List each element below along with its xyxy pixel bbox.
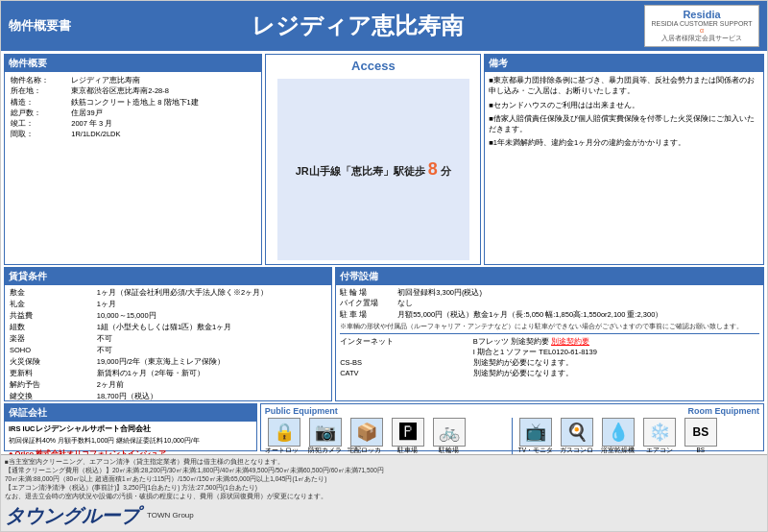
chintai-table: 敷金 1ヶ月（保証会社利用必須/大手法人除く※2ヶ月） 礼金 1ヶ月 共益費 1… [8, 287, 328, 414]
equip-icons-container: 🔒 オートロック 📷 防犯カメラ 📦 宅配ロッカー 🅿 [261, 418, 763, 454]
chintai-label-1: 礼金 [8, 299, 95, 310]
equip-item-locker: 📦 宅配ロッカー [348, 418, 386, 454]
futai-catv-val: 別途契約が必要になります。 [473, 368, 759, 378]
chintai-label-5: SOHO [8, 345, 95, 356]
table-row: 組数 1組（小型犬もしくは猫1匹）敷金1ヶ月 [8, 322, 328, 333]
hosho-content: IRS IUCレジデンシャルサポート合同会社 初回保証料40% 月額手数料1,0… [5, 422, 256, 454]
chintai-label-6: 火災保険 [8, 356, 95, 368]
table-row: 共益費 10,000～15,000円 [8, 310, 328, 322]
chintai-val-0: 1ヶ月（保証会社利用必須/大手法人除く※2ヶ月） [95, 287, 328, 299]
bukken-val-4: 2007 年 3 月 [69, 118, 257, 129]
biko-item-2: ■借家人賠償責任保険及び個人賠償実費保険を付帯した火災保険にご加入いただきます。 [489, 113, 759, 135]
autolock-label: オートロック [265, 447, 303, 454]
equip-item-bicycle: 🚲 駐輪場 [430, 418, 468, 454]
table-row: 物件名称： レジディア恵比寿南 [9, 75, 257, 85]
stove-label: ガスコンロ [560, 447, 593, 454]
bs-icon: BS [684, 418, 717, 447]
bicycle-label: 駐輪場 [439, 447, 459, 454]
chintai-val-6: 19,000円/2年（東京海上ミレア保険） [95, 356, 328, 368]
bukken-section-content: 物件名称： レジディア恵比寿南 所在地： 東京都渋谷区恵比寿南2-28-8 構造… [5, 72, 261, 264]
futai-content: 駐 輪 場 初回登録料3,300円(税込) バイク置場 なし 駐 車 場 月額5… [336, 285, 763, 400]
access-title: Access [351, 55, 396, 75]
bukken-val-2: 鉄筋コンクリート造地上 8 階地下1建 [69, 97, 257, 108]
ac-label: エアコン [646, 447, 673, 454]
table-row: 駐 車 場 月額55,000円（税込）敷金1ヶ月（長:5,050 幅:1,850… [340, 309, 759, 320]
biko-item-0: ■東京都暴力団排除条例に基づき、暴力団員等、反社会勢力または関係者のお申し込み・… [489, 75, 759, 97]
futai-csbs-label: CS-BS [340, 357, 473, 368]
table-row: 駐 輪 場 初回登録料3,300円(税込) [340, 287, 759, 298]
header-small-title: 物件概要書 [9, 17, 71, 35]
dryer-label: 浴室乾燥機 [601, 447, 635, 454]
access-unit: 分 [441, 165, 451, 177]
futai-csbs-val: 別途契約が必要になります。 [473, 357, 759, 368]
bukken-val-5: 1R/1LDK/2LDK [69, 129, 257, 139]
stove-icon: 🍳 [561, 418, 593, 447]
futai-internet-sub: I 期合と1 ソファー TEL0120-61-8139 [473, 347, 759, 357]
table-row: 礼金 1ヶ月 [8, 299, 328, 310]
chintai-label-4: 楽器 [8, 333, 95, 345]
access-text: JR山手線「恵比寿」駅徒歩 8 分 [296, 154, 451, 184]
futai-car-val: 月額55,000円（税込）敷金1ヶ月（長:5,050 幅:1,850高:1,55… [397, 309, 759, 320]
chintai-val-1: 1ヶ月 [95, 299, 328, 310]
chintai-label-3: 組数 [8, 322, 95, 333]
chintai-label-0: 敷金 [8, 287, 95, 299]
chintai-box: 賃貸条件 敷金 1ヶ月（保証会社利用必須/大手法人除く※2ヶ月） 礼金 1ヶ月 … [4, 267, 332, 401]
table-row: CS-BS 別途契約が必要になります。 [340, 357, 759, 368]
futai-car-label: 駐 車 場 [340, 309, 397, 320]
table-row: I 期合と1 ソファー TEL0120-61-8139 [340, 347, 759, 357]
header-large-title: レジディア恵比寿南 [79, 11, 636, 41]
table-row: 総戸数： 住居39戸 [9, 108, 257, 118]
bukken-label-5: 間取： [9, 129, 69, 139]
bukken-val-1: 東京都渋谷区恵比寿南2-28-8 [69, 85, 257, 96]
access-time: 8 [428, 159, 438, 179]
futai-parking-val: 初回登録料3,300円(税込) [397, 287, 759, 298]
chintai-val-3: 1組（小型犬もしくは猫1匹）敷金1ヶ月 [95, 322, 328, 333]
futai-internet-table: インターネット Bフレッツ 別途契約要 別途契約要 I 期合と1 ソファー TE… [340, 336, 759, 379]
chintai-val-8: 2ヶ月前 [95, 379, 328, 391]
futai-bike-val: なし [397, 298, 759, 308]
futai-catv-label: CATV [340, 368, 473, 378]
chintai-val-9: 18,700円（税込） [95, 391, 328, 402]
hosho-detail1: 初回保証料40% 月額手数料1,000円 継続保証委託料10,000円/年 [9, 435, 252, 446]
bukken-label-2: 構造： [9, 97, 69, 108]
equip-area: Public Equipment Room Equipment 🔒 オートロック… [260, 403, 764, 451]
futai-box: 付帯設備 駐 輪 場 初回登録料3,300円(税込) バイク置場 なし 駐 車 … [335, 267, 764, 401]
access-inner: JR山手線「恵比寿」駅徒歩 8 分 [277, 79, 470, 260]
bicycle-icon: 🚲 [433, 418, 466, 447]
bukken-label-1: 所在地： [9, 85, 69, 96]
access-box: Access JR山手線「恵比寿」駅徒歩 8 分 [265, 54, 481, 265]
table-row: CATV 別途契約が必要になります。 [340, 368, 759, 378]
footer-note3: 70㎡未満:88,000円（80㎡以上 超過面積1㎡あたり:115円）/150㎡… [5, 474, 763, 483]
dryer-icon: 💧 [602, 418, 635, 447]
bukken-table: 物件名称： レジディア恵比寿南 所在地： 東京都渋谷区恵比寿南2-28-8 構造… [9, 75, 257, 140]
footer-note5: なお、退去立会時の室内状況や設備の汚損・破損の程度により、費用（原状回復費用）が… [5, 492, 763, 500]
camera-label: 防犯カメラ [308, 447, 342, 454]
table-row: 間取： 1R/1LDK/2LDK [9, 129, 257, 139]
table-row: 構造： 鉄筋コンクリート造地上 8 階地下1建 [9, 97, 257, 108]
chintai-label-2: 共益費 [8, 310, 95, 322]
chintai-val-7: 新賃料の1ヶ月（2年毎・新可） [95, 368, 328, 379]
futai-parking-label: 駐 輪 場 [340, 287, 397, 298]
equip-item-bs: BS BS [682, 418, 720, 454]
bukken-label-4: 竣工： [9, 118, 69, 129]
hosho-company1: IRS IUCレジデンシャルサポート合同会社 [9, 423, 252, 435]
chintai-val-2: 10,000～15,000円 [95, 310, 328, 322]
table-row: 解約予告 2ヶ月前 [8, 379, 328, 391]
chintai-row: 賃貸条件 敷金 1ヶ月（保証会社利用必須/大手法人除く※2ヶ月） 礼金 1ヶ月 … [4, 267, 764, 401]
biko-item-3: ■1年未満解約時、違約金1ヶ月分の違約金がかかります。 [489, 137, 759, 148]
logo-sub3: 入居者様限定会員サービス [651, 34, 753, 43]
equip-item-tv: 📺 TV・モニタ [516, 418, 555, 454]
locker-label: 宅配ロッカー [348, 447, 386, 454]
logo-name: Residia [651, 9, 753, 20]
bukken-label-0: 物件名称： [9, 75, 69, 85]
footer-note4: 【エアコン清浄清浄（税込）(事前計)】3,250円(1台あたり) 方法:27,5… [5, 483, 763, 492]
main-content: 物件概要 物件名称： レジディア恵比寿南 所在地： 東京都渋谷区恵比寿南2-28… [1, 51, 767, 454]
futai-bike-label: バイク置場 [340, 298, 397, 308]
chintai-val-5: 不可 [95, 345, 328, 356]
table-row: 楽器 不可 [8, 333, 328, 345]
biko-item-1: ■セカンドハウスのご利用はは出来ません。 [489, 100, 759, 110]
parking-label: 駐車場 [397, 447, 418, 454]
footer-logo-text: タウングループ [5, 502, 139, 529]
chintai-val-4: 不可 [95, 333, 328, 345]
ac-icon: ❄️ [643, 418, 676, 447]
